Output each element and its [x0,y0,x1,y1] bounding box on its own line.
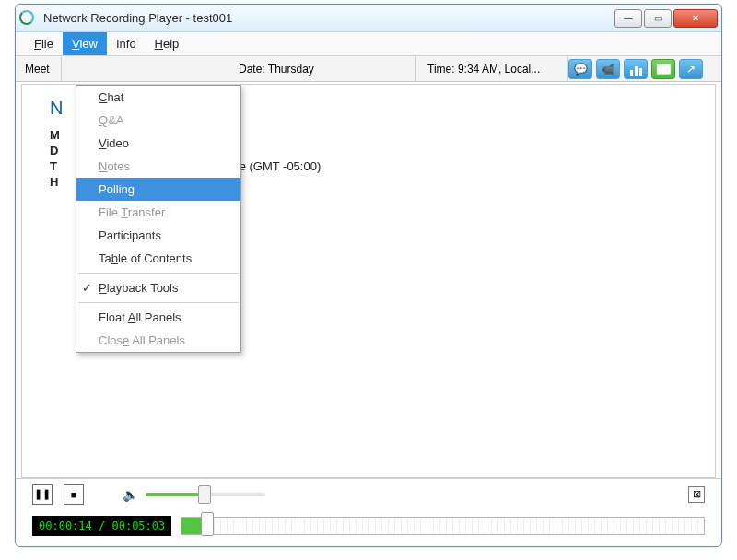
chat-panel-button[interactable]: 💬 [568,59,592,79]
stop-icon: ■ [71,489,77,500]
pause-icon: ❚❚ [34,488,51,500]
infobar-meeting: Meet [16,56,62,81]
people-grid-icon: ▇▇ [657,64,670,74]
pause-button[interactable]: ❚❚ [32,484,53,505]
menu-file[interactable]: File [25,32,63,55]
menu-item-playback-tools[interactable]: Playback Tools [76,276,240,299]
playback-bar: ❚❚ ■ 🔈 ⊠ 00:00:14 / 00:05:03 [16,478,721,546]
app-window: Network Recording Player - test001 — ▭ ✕… [15,4,722,547]
menu-item-notes[interactable]: Notes [76,155,240,178]
close-icon: ⊠ [693,488,701,500]
menu-item-polling[interactable]: Polling [76,178,240,201]
chat-bubble-icon: 💬 [574,63,588,76]
titlebar: Network Recording Player - test001 — ▭ ✕ [16,5,721,32]
menu-item-chat[interactable]: Chat [76,86,240,109]
timeline-thumb[interactable] [201,512,214,536]
view-menu-dropdown: Chat Q&A Video Notes Polling File Transf… [76,85,241,353]
video-camera-icon: 📹 [602,63,615,76]
menu-help[interactable]: Help [146,32,189,55]
menu-item-video[interactable]: Video [76,132,240,155]
volume-control: 🔈 [123,487,265,502]
menu-item-participants[interactable]: Participants [76,224,240,247]
playback-controls-row: ❚❚ ■ 🔈 ⊠ [16,478,721,509]
menu-separator [78,273,239,274]
participants-panel-button[interactable]: ▇▇ [651,59,675,79]
timeline-row: 00:00:14 / 00:05:03 [16,509,721,542]
infobar: Meet Date: Thursday Time: 9:34 AM, Local… [16,56,721,82]
menu-item-close-all[interactable]: Close All Panels [76,329,240,352]
window-buttons: — ▭ ✕ [614,9,718,28]
app-icon [19,10,36,27]
infobar-gap [62,56,228,81]
timeline-fill [181,518,203,534]
menu-view[interactable]: View [63,32,107,55]
menu-item-file-transfer[interactable]: File Transfer [76,201,240,224]
menu-separator [78,302,239,303]
volume-thumb[interactable] [198,485,211,504]
panel-close-button[interactable]: ⊠ [688,486,705,503]
window-title: Network Recording Player - test001 [43,11,614,25]
video-panel-button[interactable]: 📹 [596,59,620,79]
menu-item-float-all[interactable]: Float All Panels [76,306,240,329]
maximize-button[interactable]: ▭ [644,9,672,28]
minimize-button[interactable]: — [614,9,642,28]
menu-item-toc[interactable]: Table of Contents [76,247,240,270]
menu-item-qa[interactable]: Q&A [76,109,240,132]
poll-panel-button[interactable] [624,59,648,79]
speaker-icon[interactable]: 🔈 [123,487,138,502]
content-area: N 01 M211 D TLocal Time (GMT -05:00) Ha … [21,84,716,478]
menu-info[interactable]: Info [107,32,146,55]
volume-slider[interactable] [146,493,265,496]
bar-chart-icon [629,63,643,76]
volume-fill [146,493,200,496]
share-panel-button[interactable]: ↗ [679,59,703,79]
stop-button[interactable]: ■ [64,484,84,505]
close-button[interactable]: ✕ [673,9,718,28]
share-arrow-icon: ↗ [686,63,696,76]
infobar-time: Time: 9:34 AM, Local... [416,56,568,81]
panel-toggle-toolbar: 💬 📹 ▇▇ ↗ [568,59,710,79]
menubar: File View Info Help [16,32,721,56]
timeline-slider[interactable] [181,517,705,535]
time-display: 00:00:14 / 00:05:03 [32,516,171,536]
infobar-date: Date: Thursday [228,56,416,81]
